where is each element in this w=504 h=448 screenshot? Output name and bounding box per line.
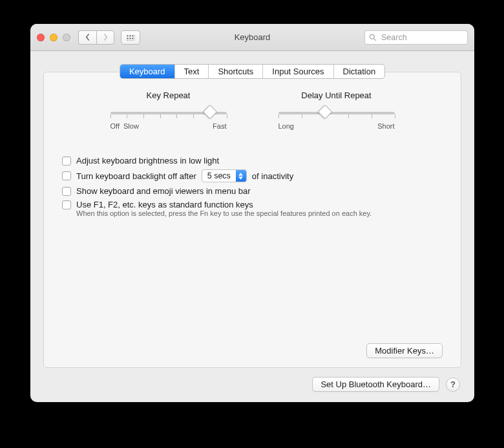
forward-button[interactable] — [96, 30, 114, 45]
brightness-low-light-checkbox[interactable] — [62, 156, 71, 165]
delay-long-label: Long — [278, 122, 294, 130]
backlight-off-suffix: of inactivity — [252, 171, 293, 181]
modifier-keys-button[interactable]: Modifier Keys… — [366, 343, 443, 358]
svg-line-1 — [374, 38, 376, 40]
zoom-window-button[interactable] — [63, 34, 70, 41]
show-viewers-checkbox[interactable] — [62, 187, 71, 196]
keyboard-panel: Key Repeat Off Slow Fast Delay Until Rep… — [43, 72, 461, 368]
search-field[interactable] — [364, 30, 468, 45]
delay-label: Delay Until Repeat — [278, 91, 395, 100]
fn-keys-checkbox[interactable] — [62, 200, 71, 209]
tab-shortcuts[interactable]: Shortcuts — [209, 65, 263, 78]
bottom-row: Set Up Bluetooth Keyboard… ? — [43, 377, 461, 392]
backlight-off-checkbox[interactable] — [62, 171, 71, 180]
preferences-window: Keyboard Keyboard Text Shortcuts Input S… — [30, 24, 474, 402]
grid-icon — [126, 34, 135, 41]
window-controls — [37, 34, 70, 41]
back-button[interactable] — [78, 30, 96, 45]
close-window-button[interactable] — [37, 34, 45, 41]
fn-keys-hint: When this option is selected, press the … — [76, 209, 443, 217]
backlight-off-prefix: Turn keyboard backlight off after — [76, 171, 196, 181]
tab-input-sources[interactable]: Input Sources — [263, 65, 333, 78]
sliders-row: Key Repeat Off Slow Fast Delay Until Rep… — [62, 91, 443, 130]
backlight-off-dropdown[interactable]: 5 secs — [202, 169, 247, 182]
key-repeat-slider-group: Key Repeat Off Slow Fast — [110, 91, 227, 130]
key-repeat-label: Key Repeat — [110, 91, 227, 100]
delay-short-label: Short — [377, 122, 394, 130]
delay-slider[interactable] — [278, 105, 395, 121]
delay-slider-group: Delay Until Repeat Long Short — [278, 91, 395, 130]
minimize-window-button[interactable] — [50, 34, 58, 41]
tab-bar: Keyboard Text Shortcuts Input Sources Di… — [120, 64, 385, 79]
slider-knob[interactable] — [317, 105, 332, 120]
brightness-low-light-label: Adjust keyboard brightness in low light — [76, 156, 219, 165]
key-repeat-off-label: Off — [110, 122, 120, 130]
search-icon — [369, 34, 377, 41]
chevron-right-icon — [103, 34, 109, 41]
chevron-left-icon — [85, 34, 90, 41]
help-button[interactable]: ? — [446, 378, 460, 392]
dropdown-stepper-icon — [236, 170, 246, 182]
nav-back-forward — [78, 30, 114, 45]
tab-text[interactable]: Text — [175, 65, 209, 78]
setup-bluetooth-button[interactable]: Set Up Bluetooth Keyboard… — [312, 377, 439, 392]
show-all-button[interactable] — [121, 30, 140, 45]
slider-knob[interactable] — [202, 105, 217, 120]
titlebar: Keyboard — [30, 24, 474, 51]
key-repeat-slow-label: Slow — [123, 122, 139, 130]
body: Keyboard Text Shortcuts Input Sources Di… — [30, 51, 474, 402]
show-viewers-label: Show keyboard and emoji viewers in menu … — [76, 186, 251, 196]
options-group: Adjust keyboard brightness in low light … — [62, 152, 443, 217]
fn-keys-label: Use F1, F2, etc. keys as standard functi… — [76, 200, 253, 209]
key-repeat-fast-label: Fast — [213, 122, 226, 130]
backlight-off-value: 5 secs — [202, 171, 236, 180]
tab-dictation[interactable]: Dictation — [334, 65, 385, 78]
search-input[interactable] — [380, 32, 463, 43]
key-repeat-slider[interactable] — [110, 105, 227, 121]
tab-keyboard[interactable]: Keyboard — [120, 65, 175, 78]
